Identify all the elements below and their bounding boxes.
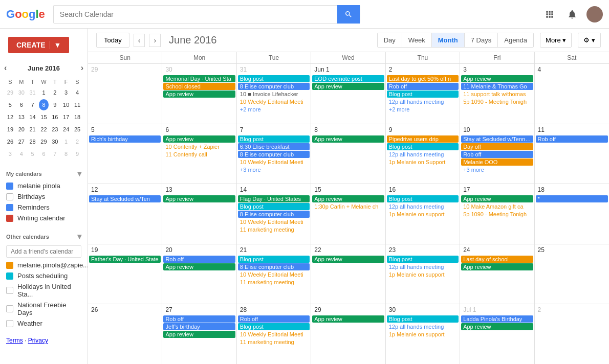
notifications-icon[interactable] bbox=[564, 6, 580, 22]
search-input[interactable] bbox=[54, 10, 337, 18]
calendar-event[interactable]: 5p 1090 - Meeting Tonigh bbox=[461, 211, 533, 218]
calendar-event[interactable]: School closed bbox=[163, 83, 235, 90]
calendar-event[interactable]: Blog post bbox=[238, 203, 310, 210]
mini-day-cell[interactable]: 10 bbox=[61, 99, 71, 110]
calendar-checkbox[interactable] bbox=[6, 287, 13, 294]
avatar[interactable] bbox=[586, 6, 603, 22]
day-cell[interactable]: 16Blog post12p all hands meeting1p Melan… bbox=[386, 184, 460, 244]
calendar-event[interactable]: Melanie OOO bbox=[461, 158, 533, 166]
mini-prev-button[interactable]: ‹ bbox=[4, 63, 7, 73]
calendar-event[interactable]: App review bbox=[312, 195, 384, 202]
calendar-event[interactable]: App review bbox=[461, 323, 533, 330]
calendar-checkbox[interactable] bbox=[6, 320, 13, 327]
calendar-event[interactable]: Rob off bbox=[163, 256, 235, 263]
day-cell[interactable]: 2 bbox=[535, 304, 609, 364]
calendar-event[interactable]: 8 Elise computer club bbox=[238, 151, 310, 158]
calendar-event[interactable]: Blog post bbox=[238, 256, 310, 263]
mini-day-cell[interactable]: 6 bbox=[16, 99, 27, 110]
mini-day-cell[interactable]: 27 bbox=[16, 136, 27, 147]
day-cell[interactable]: 5Rich's birthday bbox=[88, 124, 162, 184]
calendar-event[interactable]: Rob off bbox=[163, 315, 235, 323]
prev-button[interactable]: ‹ bbox=[134, 34, 145, 47]
my-calendar-item[interactable]: Birthdays bbox=[0, 191, 88, 202]
mini-day-cell[interactable]: 30 bbox=[16, 87, 27, 98]
calendar-event[interactable]: Stay at Secluded w/Tennis/Koi Pond/Hot T… bbox=[461, 135, 533, 143]
mini-day-cell[interactable]: 19 bbox=[5, 124, 15, 135]
other-calendar-item[interactable]: melanie.pinola@zapie... bbox=[0, 260, 88, 270]
my-calendar-item[interactable]: Reminders bbox=[0, 202, 88, 213]
day-cell[interactable]: 23Blog post12p all hands meeting1p Melan… bbox=[386, 244, 460, 304]
mini-day-cell[interactable]: 30 bbox=[50, 136, 60, 147]
mini-day-cell[interactable]: 1 bbox=[61, 136, 71, 147]
mini-day-cell[interactable]: 25 bbox=[72, 124, 82, 135]
day-cell[interactable]: 14Flag Day · United StatesBlog post8 Eli… bbox=[237, 184, 311, 244]
calendar-event[interactable]: 10 Weekly Editorial Meeti bbox=[238, 271, 310, 278]
day-cell[interactable]: 13App review bbox=[162, 184, 236, 244]
calendar-event[interactable]: Day off bbox=[461, 143, 533, 150]
day-cell[interactable]: 29 bbox=[88, 64, 162, 124]
calendar-checkbox[interactable] bbox=[6, 305, 13, 312]
calendar-event[interactable]: EOD evernote post bbox=[312, 75, 384, 82]
mini-day-cell[interactable]: 29 bbox=[5, 87, 15, 98]
calendar-event[interactable]: 11 Melanie & Thomas Go bbox=[461, 83, 533, 90]
calendar-event[interactable]: Rob off bbox=[387, 83, 459, 90]
calendar-event[interactable]: 12p all hands meeting bbox=[387, 323, 459, 330]
calendar-event[interactable]: 10 Make Amazon gift ca bbox=[461, 203, 533, 210]
mini-day-cell[interactable]: 5 bbox=[5, 99, 15, 110]
my-calendar-item[interactable]: Writing calendar bbox=[0, 213, 88, 223]
view-7days-button[interactable]: 7 Days bbox=[465, 33, 498, 47]
mini-day-cell[interactable]: 7 bbox=[28, 99, 38, 110]
mini-day-cell[interactable]: 24 bbox=[61, 124, 71, 135]
calendar-event[interactable]: 1p Melanie on support bbox=[387, 271, 459, 278]
mini-day-cell[interactable]: 14 bbox=[28, 111, 38, 123]
calendar-event[interactable]: Last day to get 50% off n bbox=[387, 75, 459, 82]
day-cell[interactable]: 26 bbox=[88, 304, 162, 364]
terms-link[interactable]: Terms bbox=[6, 337, 23, 344]
mini-day-cell[interactable]: 29 bbox=[39, 136, 49, 147]
calendar-event[interactable]: App review bbox=[163, 90, 235, 98]
mini-day-cell[interactable]: 5 bbox=[28, 148, 38, 160]
calendar-event[interactable]: 6:30 Elise breakfast bbox=[238, 143, 310, 150]
mini-day-cell[interactable]: 31 bbox=[28, 87, 38, 98]
other-calendars-toggle[interactable]: ▾ bbox=[77, 232, 81, 241]
calendar-event[interactable]: Blog post bbox=[387, 195, 459, 202]
other-calendars-section[interactable]: Other calendars ▾ bbox=[0, 228, 88, 243]
apps-icon[interactable] bbox=[541, 6, 558, 22]
calendar-event[interactable]: +2 more bbox=[387, 106, 459, 113]
calendar-event[interactable]: 11 Contently call bbox=[163, 151, 235, 158]
mini-day-cell[interactable]: 23 bbox=[50, 124, 60, 135]
mini-day-cell[interactable]: 15 bbox=[39, 111, 49, 123]
mini-day-cell[interactable]: 6 bbox=[39, 148, 49, 160]
calendar-event[interactable]: Memorial Day · United Sta bbox=[163, 75, 235, 82]
mini-day-cell[interactable]: 7 bbox=[50, 148, 60, 160]
privacy-link[interactable]: Privacy bbox=[28, 337, 48, 344]
day-cell[interactable]: Jul 1Ladda Pinola's BirthdayApp review bbox=[460, 304, 534, 364]
create-dropdown-arrow[interactable]: ▼ bbox=[50, 41, 61, 49]
calendar-event[interactable]: Blog post bbox=[238, 75, 310, 82]
day-cell[interactable]: 28Rob offBlog post10 Weekly Editorial Me… bbox=[237, 304, 311, 364]
day-cell[interactable]: 24Last day of schoolApp review bbox=[460, 244, 534, 304]
mini-day-cell[interactable]: 1 bbox=[39, 87, 49, 98]
calendar-event[interactable]: App review bbox=[163, 263, 235, 270]
mini-day-cell[interactable]: 20 bbox=[16, 124, 27, 135]
mini-day-cell[interactable]: 8 bbox=[39, 99, 49, 110]
mini-day-cell[interactable]: 18 bbox=[72, 111, 82, 123]
today-button[interactable]: Today bbox=[96, 33, 129, 48]
calendar-event[interactable]: 10 Weekly Editorial Meeti bbox=[238, 331, 310, 338]
calendar-event[interactable]: App review bbox=[312, 315, 384, 323]
calendar-event[interactable]: 10 Weekly Editorial Meeti bbox=[238, 98, 310, 105]
mini-day-cell[interactable]: 28 bbox=[28, 136, 38, 147]
calendar-event[interactable]: Ladda Pinola's Birthday bbox=[461, 315, 533, 323]
day-cell[interactable]: 17App review10 Make Amazon gift ca5p 109… bbox=[460, 184, 534, 244]
calendar-event[interactable]: Stay at Secluded w/Ten bbox=[89, 195, 161, 202]
mini-day-cell[interactable]: 17 bbox=[61, 111, 71, 123]
mini-day-cell[interactable]: 2 bbox=[50, 87, 60, 98]
mini-day-cell[interactable]: 9 bbox=[72, 148, 82, 160]
calendar-event[interactable]: 11 marketing meeting bbox=[238, 226, 310, 233]
mini-day-cell[interactable]: 3 bbox=[61, 87, 71, 98]
calendar-event[interactable]: Last day of school bbox=[461, 256, 533, 263]
calendar-event[interactable]: 1p Melanie on support bbox=[387, 331, 459, 338]
calendar-event[interactable]: 8 Elise computer club bbox=[238, 83, 310, 90]
calendar-event[interactable]: 10 Contently + Zapier bbox=[163, 143, 235, 150]
calendar-event[interactable]: Rob off bbox=[238, 315, 310, 323]
